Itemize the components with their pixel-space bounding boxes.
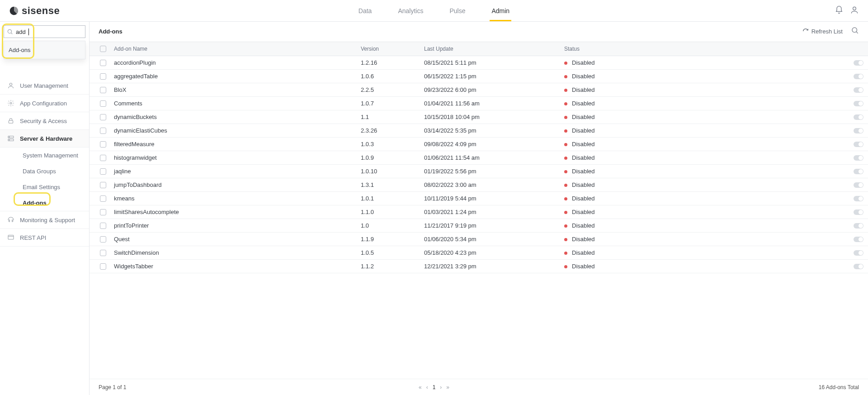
search-input[interactable]: add (16, 29, 26, 35)
cell-name: dynamicBuckets (112, 114, 361, 120)
cell-date: 10/11/2019 5:44 pm (424, 195, 564, 202)
row-checkbox[interactable] (100, 73, 106, 80)
row-checkbox[interactable] (100, 141, 106, 148)
sidebar-search[interactable]: add (4, 25, 85, 38)
sidebar-sub-system-management[interactable]: System Management (0, 148, 89, 163)
row-checkbox[interactable] (100, 236, 106, 243)
col-header-status[interactable]: Status (564, 46, 845, 52)
gear-icon (7, 100, 14, 107)
refresh-label: Refresh List (811, 28, 843, 35)
row-checkbox[interactable] (100, 182, 106, 188)
table-row[interactable]: jaqline1.0.1001/19/2022 5:56 pmDisabled (90, 165, 868, 178)
nav-analytics[interactable]: Analytics (396, 0, 425, 21)
row-checkbox[interactable] (100, 209, 106, 215)
sidebar-sub-addons[interactable]: Add-ons (0, 195, 89, 211)
row-checkbox[interactable] (100, 60, 106, 66)
refresh-list-button[interactable]: Refresh List (802, 28, 843, 35)
table-row[interactable]: filteredMeasure1.0.309/08/2022 4:09 pmDi… (90, 138, 868, 151)
enable-toggle[interactable] (854, 87, 863, 93)
page-indicator: Page 1 of 1 (99, 384, 126, 390)
pager-prev-icon[interactable]: ‹ (426, 384, 428, 390)
table-row[interactable]: Quest1.1.901/06/2020 5:34 pmDisabled (90, 233, 868, 246)
sidebar-item-security-access[interactable]: Security & Access (0, 112, 89, 130)
select-all-checkbox[interactable] (100, 46, 106, 52)
table-row[interactable]: limitSharesAutocomplete1.1.001/03/2021 1… (90, 205, 868, 219)
svg-point-7 (9, 137, 9, 137)
enable-toggle[interactable] (854, 114, 863, 120)
enable-toggle[interactable] (854, 101, 863, 106)
table-row[interactable]: BloX2.2.509/23/2022 6:00 pmDisabled (90, 83, 868, 97)
status-dot-icon (564, 197, 567, 200)
nav-pulse[interactable]: Pulse (448, 0, 467, 21)
table-body: accordionPlugin1.2.1608/15/2021 5:11 pmD… (90, 56, 868, 273)
sidebar-item-label: User Management (20, 82, 68, 89)
autocomplete-item-addons[interactable]: Add-ons (4, 41, 85, 59)
enable-toggle[interactable] (854, 60, 863, 66)
enable-toggle[interactable] (854, 209, 863, 215)
enable-toggle[interactable] (854, 169, 863, 174)
table-row[interactable]: histogramwidget1.0.901/06/2021 11:54 amD… (90, 151, 868, 165)
content: Add-ons Refresh List Add-on Name Version… (90, 22, 868, 395)
cell-version: 1.1.2 (361, 263, 424, 270)
row-checkbox[interactable] (100, 168, 106, 175)
monitor-icon (7, 216, 14, 224)
sidebar-item-label: Server & Hardware (20, 135, 72, 142)
notifications-icon[interactable] (835, 5, 844, 16)
row-checkbox[interactable] (100, 114, 106, 120)
nav-admin[interactable]: Admin (490, 0, 511, 21)
table-row[interactable]: aggregatedTable1.0.606/15/2022 1:15 pmDi… (90, 70, 868, 83)
table-row[interactable]: dynamicBuckets1.110/15/2018 10:04 pmDisa… (90, 110, 868, 124)
pager-first-icon[interactable]: « (419, 384, 422, 390)
api-icon (7, 234, 14, 241)
enable-toggle[interactable] (854, 128, 863, 133)
cell-name: kmeans (112, 195, 361, 202)
enable-toggle[interactable] (854, 223, 863, 228)
profile-icon[interactable] (850, 5, 859, 16)
sidebar-item-app-configuration[interactable]: App Configuration (0, 95, 89, 112)
row-checkbox[interactable] (100, 100, 106, 107)
row-checkbox[interactable] (100, 263, 106, 270)
col-header-version[interactable]: Version (361, 46, 424, 52)
enable-toggle[interactable] (854, 182, 863, 188)
enable-toggle[interactable] (854, 264, 863, 269)
cell-version: 1.1.0 (361, 209, 424, 215)
row-checkbox[interactable] (100, 250, 106, 256)
sidebar-sub-data-groups[interactable]: Data Groups (0, 163, 89, 179)
content-search-button[interactable] (851, 26, 859, 36)
enable-toggle[interactable] (854, 155, 863, 161)
enable-toggle[interactable] (854, 196, 863, 201)
table-row[interactable]: accordionPlugin1.2.1608/15/2021 5:11 pmD… (90, 56, 868, 70)
cell-date: 01/19/2022 5:56 pm (424, 168, 564, 175)
enable-toggle[interactable] (854, 237, 863, 242)
col-header-date[interactable]: Last Update (424, 46, 564, 52)
table-row[interactable]: printToPrinter1.011/21/2017 9:19 pmDisab… (90, 219, 868, 233)
table-row[interactable]: WidgetsTabber1.1.212/21/2021 3:29 pmDisa… (90, 260, 868, 273)
sidebar-item-rest-api[interactable]: REST API (0, 229, 89, 247)
table-row[interactable]: SwitchDimension1.0.505/18/2020 4:23 pmDi… (90, 246, 868, 260)
pager-next-icon[interactable]: › (440, 384, 442, 390)
table-row[interactable]: kmeans1.0.110/11/2019 5:44 pmDisabled (90, 192, 868, 205)
col-header-name[interactable]: Add-on Name (112, 46, 361, 52)
sidebar-item-monitoring-support[interactable]: Monitoring & Support (0, 211, 89, 229)
row-checkbox[interactable] (100, 223, 106, 229)
row-checkbox[interactable] (100, 128, 106, 134)
cell-version: 2.2.5 (361, 86, 424, 93)
sidebar-sub-email-settings[interactable]: Email Settings (0, 179, 89, 195)
cell-date: 03/14/2022 5:35 pm (424, 127, 564, 134)
enable-toggle[interactable] (854, 74, 863, 79)
table-row[interactable]: dynamicElastiCubes2.3.2603/14/2022 5:35 … (90, 124, 868, 138)
row-checkbox[interactable] (100, 195, 106, 202)
table-row[interactable]: Comments1.0.701/04/2021 11:56 amDisabled (90, 97, 868, 110)
cell-status: Disabled (564, 86, 845, 93)
row-checkbox[interactable] (100, 87, 106, 93)
enable-toggle[interactable] (854, 142, 863, 147)
sisense-logo-icon (9, 6, 19, 16)
sidebar-item-server-hardware[interactable]: Server & Hardware (0, 130, 89, 148)
enable-toggle[interactable] (854, 250, 863, 256)
cell-date: 09/08/2022 4:09 pm (424, 141, 564, 148)
pager-last-icon[interactable]: » (446, 384, 449, 390)
nav-data[interactable]: Data (357, 0, 374, 21)
table-row[interactable]: jumpToDashboard1.3.108/02/2022 3:00 amDi… (90, 178, 868, 192)
sidebar-item-user-management[interactable]: User Management (0, 77, 89, 95)
row-checkbox[interactable] (100, 155, 106, 161)
